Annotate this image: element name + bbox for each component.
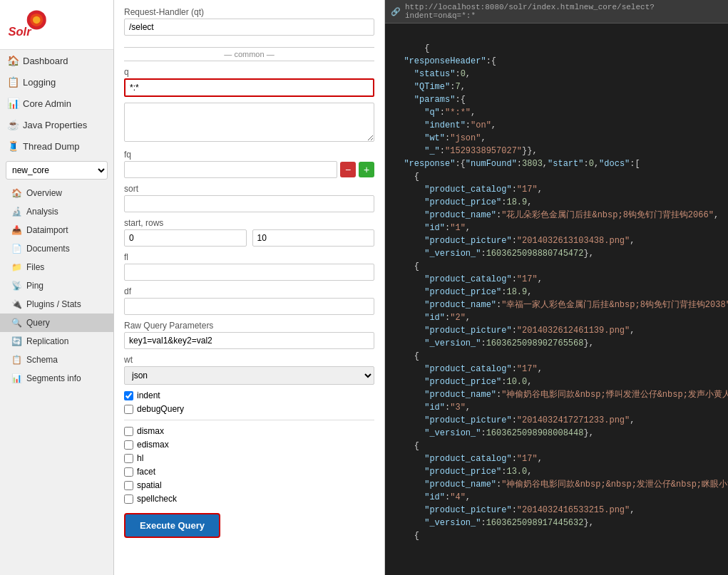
url-icon: 🔗 (391, 7, 401, 16)
java-properties-icon: ☕ (7, 119, 19, 130)
sidebar-item-core-admin[interactable]: 📊 Core Admin (0, 93, 113, 114)
indent-checkbox[interactable] (124, 391, 133, 400)
handler-label: Request-Handler (qt) (124, 7, 374, 17)
replication-icon: 🔄 (11, 336, 22, 346)
common-section-title: common (124, 47, 374, 61)
core-nav-overview[interactable]: 🏠 Overview (0, 184, 113, 202)
wt-select[interactable]: json xml csv (124, 366, 374, 385)
indent-row: indent (124, 390, 374, 400)
fq-add-button[interactable]: + (359, 162, 374, 177)
result-url-bar: 🔗 http://localhost:8080/solr/index.htmln… (385, 0, 728, 24)
top-nav: 🏠 Dashboard 📋 Logging 📊 Core Admin ☕ Jav… (0, 50, 113, 157)
documents-icon: 📄 (11, 244, 22, 254)
core-nav-documents[interactable]: 📄 Documents (0, 239, 113, 258)
fl-input[interactable] (124, 264, 374, 281)
segments-icon: 📊 (11, 373, 22, 383)
df-input[interactable] (124, 298, 374, 315)
schema-icon: 📋 (11, 355, 22, 365)
fq-row: − + (124, 161, 374, 178)
core-admin-icon: 📊 (7, 98, 19, 109)
dashboard-icon: 🏠 (7, 55, 19, 66)
wt-label: wt (124, 355, 374, 365)
edismax-row: edismax (124, 440, 374, 450)
start-input[interactable] (124, 229, 247, 247)
indent-label: indent (137, 390, 160, 400)
thread-dump-icon: 🧵 (7, 140, 19, 152)
fq-remove-button[interactable]: − (340, 162, 356, 177)
svg-point-2 (33, 16, 41, 24)
facet-row: facet (124, 467, 374, 477)
result-url: http://localhost:8080/solr/index.htmlnew… (405, 3, 722, 20)
core-nav-dataimport[interactable]: 📥 Dataimport (0, 221, 113, 239)
facet-label: facet (137, 467, 155, 477)
sort-input[interactable] (124, 195, 374, 212)
start-rows-row (124, 229, 374, 247)
ping-icon: 📡 (11, 281, 22, 291)
spellcheck-row: spellcheck (124, 494, 374, 504)
dismax-row: dismax (124, 426, 374, 436)
core-nav-replication[interactable]: 🔄 Replication (0, 332, 113, 351)
core-nav-plugins-stats[interactable]: 🔌 Plugins / Stats (0, 295, 113, 314)
facet-checkbox[interactable] (124, 467, 133, 477)
sidebar: Solr 🏠 Dashboard 📋 Logging 📊 Core Admin … (0, 0, 114, 575)
core-nav: 🏠 Overview 🔬 Analysis 📥 Dataimport 📄 Doc… (0, 184, 113, 388)
raw-params-input[interactable] (124, 332, 374, 349)
plugins-icon: 🔌 (11, 299, 22, 309)
hl-label: hl (137, 453, 143, 463)
hl-checkbox[interactable] (124, 454, 133, 463)
q-input[interactable] (124, 78, 374, 97)
spellcheck-checkbox[interactable] (124, 494, 133, 504)
handler-input[interactable] (124, 19, 374, 36)
query-icon: 🔍 (11, 318, 22, 328)
core-nav-analysis[interactable]: 🔬 Analysis (0, 202, 113, 221)
debug-query-label: debugQuery (137, 404, 184, 414)
svg-text:Solr: Solr (9, 25, 33, 38)
core-nav-segments-info[interactable]: 📊 Segments info (0, 369, 113, 388)
df-label: df (124, 286, 374, 296)
spatial-row: spatial (124, 480, 374, 490)
files-icon: 📁 (11, 262, 22, 272)
edismax-label: edismax (137, 440, 169, 450)
hl-row: hl (124, 453, 374, 463)
spellcheck-label: spellcheck (137, 494, 177, 504)
debug-query-checkbox[interactable] (124, 405, 133, 414)
core-nav-schema[interactable]: 📋 Schema (0, 351, 113, 369)
sort-label: sort (124, 184, 374, 194)
q-textarea[interactable] (124, 103, 374, 142)
main-content: Request-Handler (qt) common q fq − + sor… (114, 0, 728, 575)
result-panel: 🔗 http://localhost:8080/solr/index.htmln… (385, 0, 728, 575)
fl-label: fl (124, 252, 374, 262)
logo-area: Solr (0, 0, 113, 50)
sidebar-item-dashboard[interactable]: 🏠 Dashboard (0, 50, 113, 71)
result-content: { "responseHeader":{ "status":0, "QTime"… (385, 24, 728, 561)
dismax-checkbox[interactable] (124, 427, 133, 436)
raw-params-label: Raw Query Parameters (124, 321, 374, 331)
spatial-checkbox[interactable] (124, 481, 133, 490)
start-rows-label: start, rows (124, 218, 374, 228)
core-nav-ping[interactable]: 📡 Ping (0, 276, 113, 295)
core-nav-files[interactable]: 📁 Files (0, 258, 113, 276)
sidebar-item-java-properties[interactable]: ☕ Java Properties (0, 114, 113, 135)
core-selector[interactable]: new_core (6, 161, 108, 180)
edismax-checkbox[interactable] (124, 440, 133, 450)
debug-query-row: debugQuery (124, 404, 374, 414)
sidebar-item-thread-dump[interactable]: 🧵 Thread Dump (0, 135, 113, 157)
execute-query-button[interactable]: Execute Query (124, 513, 220, 538)
analysis-icon: 🔬 (11, 207, 22, 217)
q-label: q (124, 67, 374, 77)
fq-input[interactable] (124, 161, 337, 178)
divider-1 (124, 420, 374, 420)
spatial-label: spatial (137, 480, 162, 490)
fq-label: fq (124, 150, 374, 160)
overview-icon: 🏠 (11, 188, 22, 198)
rows-input[interactable] (252, 229, 375, 247)
form-panel: Request-Handler (qt) common q fq − + sor… (114, 0, 385, 575)
core-nav-query[interactable]: 🔍 Query (0, 314, 113, 332)
dataimport-icon: 📥 (11, 225, 22, 235)
dismax-label: dismax (137, 426, 164, 436)
logging-icon: 📋 (7, 76, 19, 88)
sidebar-item-logging[interactable]: 📋 Logging (0, 71, 113, 93)
